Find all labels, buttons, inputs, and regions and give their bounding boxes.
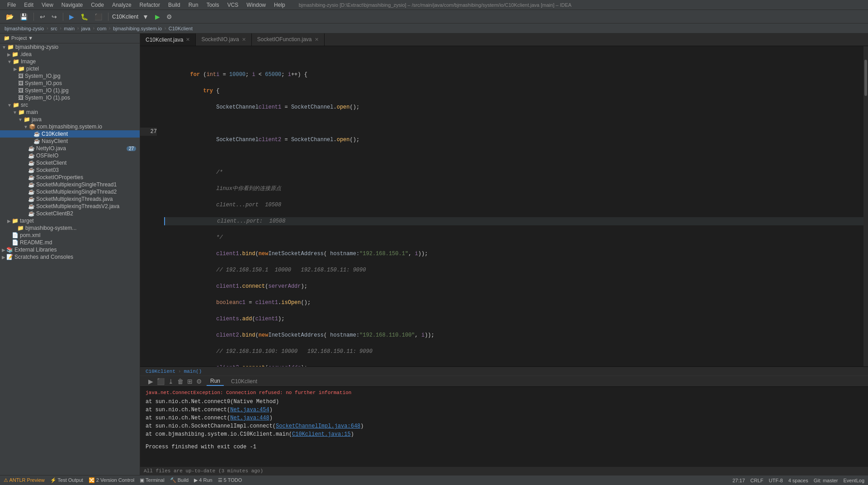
menu-file[interactable]: File	[4, 1, 19, 9]
tree-item-socketclient[interactable]: ▶ ☕ SocketClient	[0, 159, 140, 166]
breadcrumb-class[interactable]: C10Kclient	[169, 26, 193, 31]
tab-close-icon[interactable]: ✕	[186, 37, 190, 43]
tree-item-socketmuxthreads[interactable]: ▶ ☕ SocketMultiplexingThreads.java	[0, 195, 140, 203]
tree-item-main[interactable]: ▼ 📁 main	[0, 109, 140, 116]
status-terminal[interactable]: ▣ Terminal	[140, 477, 164, 483]
status-event-log[interactable]: EventLog	[844, 478, 864, 483]
tree-item-src[interactable]: ▼ 📁 src	[0, 101, 140, 109]
toolbar-save-btn[interactable]: 💾	[18, 12, 30, 22]
menu-build[interactable]: Build	[165, 1, 184, 9]
tree-item-idea[interactable]: ▶ 📁 .idea	[0, 51, 140, 58]
tree-item-c10k[interactable]: ▶ ☕ C10Kclient	[0, 130, 140, 138]
tab-close-icon[interactable]: ✕	[315, 37, 319, 43]
tree-item-socketclientb2[interactable]: ▶ ☕ SocketClientB2	[0, 210, 140, 217]
toolbar-undo-btn[interactable]: ↩	[38, 12, 47, 22]
toolbar-debug-btn[interactable]: 🐛	[78, 12, 90, 22]
menu-analyze[interactable]: Analyze	[108, 1, 135, 9]
toolbar-open-btn[interactable]: 📂	[4, 12, 16, 22]
menu-vcs[interactable]: VCS	[224, 1, 242, 9]
tree-item-package[interactable]: ▼ 📦 com.bjmashibing.system.io	[0, 123, 140, 130]
socketchannelimpl-link[interactable]: SocketChannelImpl.java:648	[276, 423, 360, 429]
menu-tools[interactable]: Tools	[203, 1, 223, 9]
tree-item-osfileio[interactable]: ▶ ☕ OSFileIO	[0, 152, 140, 159]
status-antlr[interactable]: ⚠ ANTLR Preview	[4, 477, 45, 483]
run-tab-run[interactable]: Run	[207, 377, 224, 386]
breadcrumb-package[interactable]: bjmashibing.system.io	[113, 26, 162, 31]
editor-scrollbar[interactable]	[863, 46, 868, 366]
tree-item-nettyio[interactable]: ▶ ☕ NettyIO.java 27	[0, 145, 140, 152]
status-encoding[interactable]: UTF-8	[769, 478, 783, 483]
tree-item-socketioprops[interactable]: ▶ ☕ SocketIOProperties	[0, 174, 140, 181]
status-line-endings[interactable]: CRLF	[750, 478, 764, 483]
status-indent[interactable]: 4 spaces	[788, 478, 808, 483]
status-test-output[interactable]: ⚡ Test Output	[50, 477, 83, 483]
toolbar-stop-btn[interactable]: ⬛	[92, 12, 104, 22]
menu-help[interactable]: Help	[270, 1, 289, 9]
run-clear-btn[interactable]: 🗑	[176, 377, 184, 386]
sidebar-header[interactable]: 📁 Project ▼	[0, 33, 140, 43]
run-restart-btn[interactable]: ▶	[147, 377, 154, 386]
run-scroll-btn[interactable]: ⤓	[167, 377, 175, 386]
toolbar-config-dropdown[interactable]: ▼	[140, 12, 151, 22]
run-tab-c10k[interactable]: C10Kclient	[227, 377, 261, 385]
status-cursor-pos[interactable]: 27:17	[732, 478, 745, 483]
menu-navigate[interactable]: Navigate	[58, 1, 86, 9]
run-settings-btn[interactable]: ⚙	[195, 377, 203, 386]
tree-item-sysio-jpg[interactable]: ▶ 🖼 System_IO.jpg	[0, 72, 140, 80]
tree-item-sysio1-jpg[interactable]: ▶ 🖼 System_IO (1).jpg	[0, 87, 140, 94]
tree-label: bjmashibog-system...	[25, 225, 76, 231]
run-filter-btn[interactable]: ⊞	[186, 377, 193, 386]
net-link-448[interactable]: Net.java:448	[230, 415, 269, 421]
menu-code[interactable]: Code	[87, 1, 108, 9]
toolbar-settings-btn[interactable]: ⚙	[164, 12, 175, 22]
run-stop-btn[interactable]: ⬛	[156, 377, 165, 386]
status-git[interactable]: Git: master	[814, 478, 838, 483]
tree-item-root[interactable]: ▼ 📁 bjmashibing-zysio	[0, 43, 140, 51]
tree-item-ext-lib[interactable]: ▶ 📚 External Libraries	[0, 246, 140, 253]
status-run[interactable]: ▶ 4 Run	[194, 477, 212, 483]
menu-run[interactable]: Run	[185, 1, 202, 9]
tree-item-pictel[interactable]: ▶ 📁 pictel	[0, 65, 140, 72]
tree-item-socketmux1[interactable]: ▶ ☕ SocketMultiplexingSingleThread1	[0, 181, 140, 188]
scrollbar-thumb[interactable]	[864, 60, 867, 96]
menu-refactor[interactable]: Refactor	[136, 1, 164, 9]
breadcrumb-root[interactable]: bjmashibing-zysio	[5, 26, 44, 31]
tree-item-scratches[interactable]: ▶ 📝 Scratches and Consoles	[0, 253, 140, 261]
net-link-454[interactable]: Net.java:454	[230, 407, 269, 413]
breadcrumb-com[interactable]: com	[97, 26, 107, 31]
breadcrumb-java[interactable]: java	[81, 26, 90, 31]
tree-item-nasyclient[interactable]: ▶ ☕ NasyClient	[0, 138, 140, 145]
status-todo[interactable]: ☰ 5 TODO	[218, 477, 242, 483]
menu-edit[interactable]: Edit	[20, 1, 37, 9]
line-numbers: 27	[140, 46, 160, 366]
tab-c10kclient[interactable]: C10Kclient.java ✕	[140, 33, 196, 46]
tree-item-bjmashibog[interactable]: ▶ 📁 bjmashibog-system...	[0, 224, 140, 232]
tree-item-java[interactable]: ▼ 📁 java	[0, 116, 140, 123]
tree-item-sysio1-pos[interactable]: ▶ 🖼 System_IO (1).pos	[0, 94, 140, 101]
menu-window[interactable]: Window	[243, 1, 269, 9]
toolbar-run-green[interactable]: ▶	[153, 12, 162, 22]
code-content[interactable]: for (int i = 10000; i < 65000; i++) { tr…	[160, 46, 863, 366]
tab-socketnio[interactable]: SocketNIO.java ✕	[196, 33, 251, 46]
tree-item-pomxml[interactable]: ▶ 📄 pom.xml	[0, 232, 140, 239]
tree-label: SocketClient	[36, 160, 66, 166]
tree-item-socket03[interactable]: ▶ ☕ Socket03	[0, 166, 140, 174]
breadcrumb-main[interactable]: main	[64, 26, 75, 31]
status-build[interactable]: 🔨 Build	[170, 477, 189, 483]
breadcrumb-src[interactable]: src	[51, 26, 57, 31]
tree-item-target[interactable]: ▶ 📁 target	[0, 217, 140, 224]
tree-item-socketmuxthreadsv2[interactable]: ▶ ☕ SocketMultiplexingThreadsV2.java	[0, 203, 140, 210]
run-error-header: java.net.ConnectException: Connection re…	[146, 389, 863, 397]
menu-view[interactable]: View	[38, 1, 57, 9]
status-version-control[interactable]: 🔀 2 Version Control	[89, 477, 134, 483]
tree-item-image[interactable]: ▼ 📁 Image	[0, 58, 140, 65]
toolbar-run-btn[interactable]: ▶	[67, 12, 76, 22]
tab-socketiofunc[interactable]: SocketIOFunction.java ✕	[252, 33, 325, 46]
code-line	[164, 54, 863, 62]
tree-item-socketmux2[interactable]: ▶ ☕ SocketMultiplexingSingleThread2	[0, 188, 140, 195]
c10kclient-link[interactable]: C10Kclient.java:15	[292, 431, 351, 437]
tab-close-icon[interactable]: ✕	[242, 37, 246, 43]
tree-item-sysio-pos[interactable]: ▶ 🖼 System_IO.pos	[0, 80, 140, 87]
tree-item-readme[interactable]: ▶ 📄 README.md	[0, 239, 140, 246]
toolbar-redo-btn[interactable]: ↪	[49, 12, 59, 22]
